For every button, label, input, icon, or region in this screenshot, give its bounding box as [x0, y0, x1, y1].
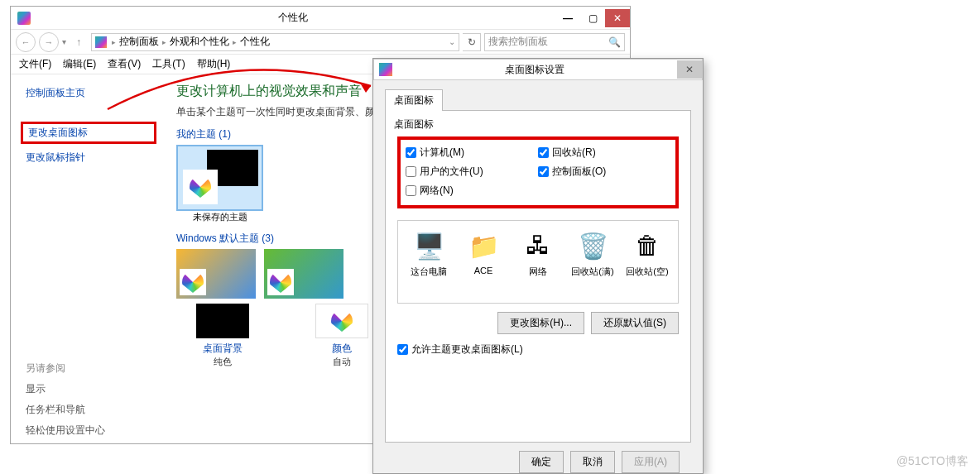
search-icon[interactable]: 🔍 [608, 36, 621, 48]
see-also-header: 另请参阅 [26, 358, 151, 379]
checkbox-network[interactable] [406, 185, 416, 196]
checkbox-userfiles[interactable] [406, 166, 416, 177]
color-fan-icon [182, 271, 204, 293]
check-recycle-bin[interactable]: 回收站(R) [538, 143, 670, 162]
close-button[interactable] [605, 9, 630, 27]
check-network[interactable]: 网络(N) [406, 181, 538, 200]
titlebar: 个性化 [11, 7, 630, 30]
folder-icon: 📁 [465, 229, 502, 262]
icon-this-pc[interactable]: 🖥️这台电脑 [405, 229, 453, 278]
icon-preview-list: 🖥️这台电脑 📁ACE 🖧网络 🗑️回收站(满) 🗑回收站(空) [397, 220, 679, 304]
checkbox-computer[interactable] [406, 147, 416, 158]
ok-button[interactable]: 确定 [519, 451, 564, 473]
color-swatch [315, 304, 368, 338]
check-control-panel[interactable]: 控制面板(O) [538, 162, 670, 181]
dialog-close-button[interactable] [677, 60, 702, 79]
bg-value: 纯色 [196, 356, 249, 368]
color-item[interactable]: 颜色 自动 [315, 304, 368, 368]
icon-network[interactable]: 🖧网络 [514, 229, 562, 278]
theme-tile-unsaved[interactable]: 未保存的主题 [176, 145, 263, 223]
breadcrumb-root[interactable]: 控制面板 [119, 35, 159, 49]
app-icon [17, 12, 31, 25]
computer-icon: 🖥️ [411, 229, 447, 262]
icon-recycle-empty[interactable]: 🗑回收站(空) [623, 229, 671, 278]
icon-ace[interactable]: 📁ACE [459, 229, 507, 278]
recycle-full-icon: 🗑️ [574, 229, 611, 262]
dialog-body: 桌面图标 桌面图标 计算机(M) 回收站(R) 用户的文件(U) 控制面板(O)… [373, 80, 703, 474]
desktop-icon-settings-dialog: 桌面图标设置 桌面图标 桌面图标 计算机(M) 回收站(R) 用户的文件(U) … [372, 58, 704, 474]
restore-default-button[interactable]: 还原默认值(S) [591, 312, 679, 334]
watermark: @51CTO博客 [896, 454, 968, 469]
chevron-right-icon: ▸ [112, 38, 116, 46]
theme-label: 未保存的主题 [176, 211, 263, 223]
color-label[interactable]: 颜色 [315, 342, 368, 356]
menu-view[interactable]: 查看(V) [108, 57, 141, 71]
breadcrumb-l2[interactable]: 外观和个性化 [170, 35, 229, 49]
color-fan-icon [190, 176, 211, 198]
theme-color-swatch [183, 170, 218, 204]
dialog-titlebar: 桌面图标设置 [373, 59, 703, 80]
dialog-icon [379, 63, 392, 76]
bg-label[interactable]: 桌面背景 [196, 342, 249, 356]
window-title: 个性化 [31, 11, 555, 25]
forward-button[interactable]: → [39, 32, 59, 52]
sidebar-taskbar-nav[interactable]: 任务栏和导航 [26, 400, 151, 420]
search-input[interactable]: 搜索控制面板 🔍 [484, 33, 625, 51]
theme-tile-default2[interactable] [264, 249, 343, 299]
sidebar-change-mouse-pointers[interactable]: 更改鼠标指针 [26, 147, 151, 168]
color-fan-icon [270, 271, 291, 293]
back-button[interactable]: ← [16, 32, 36, 52]
sidebar: 控制面板主页 更改桌面图标 更改鼠标指针 另请参阅 显示 任务栏和导航 轻松使用… [11, 74, 166, 443]
menu-help[interactable]: 帮助(H) [197, 57, 231, 71]
dialog-footer: 确定 取消 应用(A) [385, 443, 691, 473]
color-fan-icon [331, 310, 353, 332]
fieldset-title: 桌面图标 [394, 117, 675, 132]
icon-recycle-full[interactable]: 🗑️回收站(满) [569, 229, 617, 278]
sidebar-change-desktop-icons[interactable]: 更改桌面图标 [21, 122, 156, 144]
control-panel-icon [95, 36, 107, 48]
see-also-section: 另请参阅 显示 任务栏和导航 轻松使用设置中心 [26, 358, 151, 441]
check-computer[interactable]: 计算机(M) [406, 143, 538, 162]
sidebar-display[interactable]: 显示 [26, 379, 151, 400]
window-controls [555, 9, 630, 27]
breadcrumb-l3[interactable]: 个性化 [240, 35, 270, 49]
dialog-title: 桌面图标设置 [392, 63, 677, 77]
up-button[interactable]: ↑ [70, 33, 88, 51]
refresh-button[interactable]: ↻ [463, 33, 481, 51]
checkbox-recycle[interactable] [538, 147, 549, 158]
menu-file[interactable]: 文件(F) [19, 57, 51, 71]
checkbox-cpl[interactable] [538, 166, 549, 177]
change-icon-button[interactable]: 更改图标(H)... [497, 312, 584, 334]
cancel-button[interactable]: 取消 [570, 451, 615, 473]
icon-button-row: 更改图标(H)... 还原默认值(S) [397, 312, 679, 334]
tab-pane: 桌面图标 计算机(M) 回收站(R) 用户的文件(U) 控制面板(O) 网络(N… [385, 110, 691, 443]
desktop-background-item[interactable]: 桌面背景 纯色 [196, 304, 249, 368]
desktop-icons-checkgroup: 计算机(M) 回收站(R) 用户的文件(U) 控制面板(O) 网络(N) [397, 136, 679, 208]
maximize-button[interactable] [580, 9, 605, 27]
chevron-down-icon[interactable]: ⌄ [449, 37, 455, 46]
history-dropdown[interactable]: ▾ [62, 37, 66, 46]
address-bar: ← → ▾ ↑ ▸ 控制面板 ▸ 外观和个性化 ▸ 个性化 ⌄ ↻ 搜索控制面板… [11, 30, 630, 55]
chevron-right-icon: ▸ [162, 38, 166, 46]
chevron-right-icon: ▸ [233, 38, 237, 46]
breadcrumb[interactable]: ▸ 控制面板 ▸ 外观和个性化 ▸ 个性化 ⌄ [91, 33, 459, 51]
recycle-empty-icon: 🗑 [629, 229, 665, 262]
search-placeholder: 搜索控制面板 [488, 35, 548, 49]
tab-desktop-icons[interactable]: 桌面图标 [385, 89, 443, 111]
sidebar-cpl-home[interactable]: 控制面板主页 [26, 83, 151, 103]
allow-themes-check[interactable]: 允许主题更改桌面图标(L) [397, 342, 679, 357]
minimize-button[interactable] [555, 9, 580, 27]
checkbox-allow-themes[interactable] [397, 344, 408, 355]
menu-tools[interactable]: 工具(T) [152, 57, 185, 71]
network-icon: 🖧 [520, 229, 556, 262]
check-user-files[interactable]: 用户的文件(U) [406, 162, 538, 181]
theme-tile-default1[interactable] [176, 249, 256, 299]
color-value: 自动 [315, 356, 368, 368]
apply-button[interactable]: 应用(A) [622, 451, 680, 473]
bg-swatch [196, 304, 249, 338]
menu-edit[interactable]: 编辑(E) [63, 57, 96, 71]
sidebar-ease-center[interactable]: 轻松使用设置中心 [26, 420, 151, 441]
